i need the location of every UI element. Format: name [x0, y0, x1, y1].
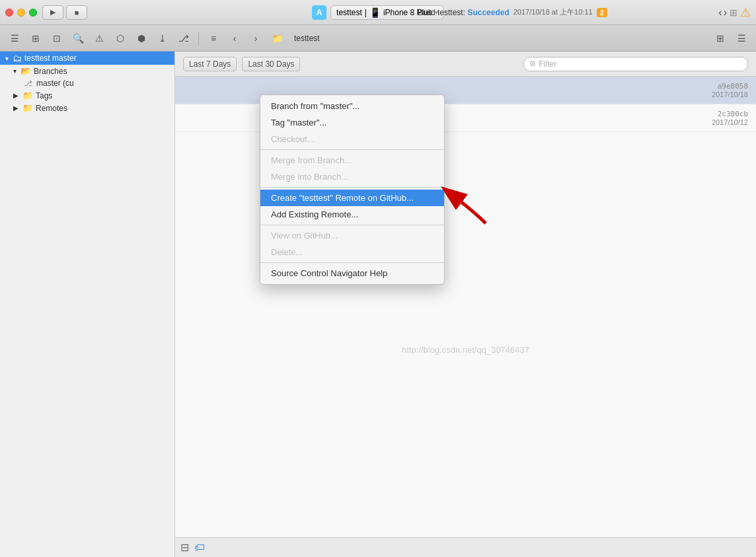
breadcrumb-item: testtest: [294, 34, 320, 43]
menu-item-checkout: Checkout...: [260, 131, 444, 147]
phone-icon: 📱: [369, 7, 381, 18]
hide-sidebar-button[interactable]: ☰: [5, 29, 24, 48]
search-button[interactable]: 🔍: [69, 29, 87, 48]
build-date: 2017/10/18 at 上午10:11: [513, 7, 593, 17]
run-button[interactable]: ▶: [42, 5, 63, 20]
repo-icon: 🗂: [13, 53, 22, 63]
chevron-right-icon: ▶: [13, 92, 19, 99]
warning-icon: ⚠: [740, 5, 751, 20]
build-status: Build testtest: Succeeded 2017/10/18 at …: [418, 7, 607, 17]
menu-item-merge-from: Merge from Branch...: [260, 152, 444, 168]
menu-separator: [260, 149, 444, 150]
sidebar: ▾ 🗂 testtest master ▾ 📂 Branches ⎇ maste…: [0, 52, 175, 557]
commit-date: 2017/10/12: [712, 118, 748, 126]
separator: |: [365, 8, 367, 17]
menu-separator-3: [260, 225, 444, 225]
context-menu: Branch from "master"... Tag "master"... …: [260, 94, 445, 285]
breadcrumb: testtest: [294, 34, 320, 43]
stop-button[interactable]: ■: [66, 5, 87, 20]
toolbar: ☰ ⊞ ⊡ 🔍 ⚠ ⬡ ⬢ ⤓ ⎇ ≡ ‹ › 📁 testtest ⊞ ☰: [0, 25, 756, 52]
content-area: Today Last 7 Days Last 30 Days ⚙ Filter …: [175, 52, 756, 557]
sidebar-item-master[interactable]: ⎇ master (cu: [0, 77, 174, 89]
sidebar-remotes-label: Remotes: [36, 104, 67, 113]
tags-folder-icon: 📁: [22, 91, 33, 100]
titlebar: ▶ ■ A testtest | 📱 iPhone 8 Plus ▾ Build…: [0, 0, 756, 25]
close-button[interactable]: [5, 9, 13, 17]
traffic-lights: [5, 9, 37, 17]
content-toolbar: Today Last 7 Days Last 30 Days ⚙ Filter: [175, 52, 756, 77]
filter-input[interactable]: ⚙ Filter: [523, 57, 748, 71]
menu-separator-4: [260, 262, 444, 263]
watermark: http://blog.csdn.net/qq_30746437: [402, 345, 529, 355]
bottom-bar: ⊟ 🏷: [175, 537, 756, 557]
sidebar-item-branches[interactable]: ▾ 📂 Branches: [0, 65, 174, 77]
editor-layout-button[interactable]: ⊞: [711, 29, 730, 48]
minimize-button[interactable]: [17, 9, 25, 17]
commit-date: 2017/10/18: [712, 91, 748, 98]
sidebar-master-label: master (cu: [36, 79, 74, 88]
issue-button[interactable]: ⚠: [90, 29, 108, 48]
sidebar-item-remotes[interactable]: ▶ 📁 Remotes: [0, 102, 174, 114]
debug-button[interactable]: ⬢: [132, 29, 151, 48]
forward-button[interactable]: ›: [724, 7, 727, 19]
menu-item-tag-master[interactable]: Tag "master"...: [260, 114, 444, 131]
fullscreen-button[interactable]: [29, 9, 37, 17]
inspector-button[interactable]: ⊡: [48, 29, 66, 48]
nav-arrows: ‹ ›: [718, 7, 727, 19]
sidebar-tags-label: Tags: [36, 91, 52, 100]
forward-nav-button[interactable]: ›: [246, 29, 265, 48]
chevron-down-icon: ▾: [5, 55, 9, 62]
build-result: Succeeded: [467, 8, 509, 17]
commit-hash: 2c300cb: [712, 110, 748, 118]
back-nav-button[interactable]: ‹: [225, 29, 244, 48]
toolbar-separator: [198, 32, 199, 45]
menu-item-add-remote[interactable]: Add Existing Remote...: [260, 206, 444, 223]
menu-item-branch-from[interactable]: Branch from "master"...: [260, 98, 444, 114]
nav-icon: ⊞: [730, 7, 737, 18]
xcode-logo: A: [312, 5, 326, 20]
build-label: Build testtest: Succeeded: [418, 8, 510, 17]
menu-item-merge-into: Merge into Branch...: [260, 168, 444, 185]
menu-item-delete: Delete...: [260, 244, 444, 260]
sidebar-root[interactable]: ▾ 🗂 testtest master: [0, 52, 174, 65]
scheme-name: testtest: [336, 8, 362, 17]
warning-badge[interactable]: 2: [597, 8, 607, 17]
menu-item-view-github: View on GitHub...: [260, 227, 444, 244]
folder-nav-icon: 📁: [268, 29, 286, 48]
view-toggle-button[interactable]: ⊞: [26, 29, 45, 48]
bottom-tag-icon[interactable]: 🏷: [194, 542, 205, 554]
remotes-folder-icon: 📁: [22, 103, 33, 113]
git-button[interactable]: ⎇: [174, 29, 193, 48]
menu-item-create-remote[interactable]: Create "testtest" Remote on GitHub...: [260, 190, 444, 206]
bottom-list-icon[interactable]: ⊟: [180, 541, 189, 554]
last30-filter-btn[interactable]: Last 30 Days: [242, 57, 300, 71]
last7-filter-btn[interactable]: Last 7 Days: [183, 57, 237, 71]
back-button[interactable]: ‹: [718, 7, 722, 19]
sidebar-root-label: testtest master: [24, 54, 77, 63]
main-area: ▾ 🗂 testtest master ▾ 📂 Branches ⎇ maste…: [0, 52, 756, 557]
breakpoints-button[interactable]: ⤓: [153, 29, 172, 48]
menu-separator-2: [260, 187, 444, 188]
menu-item-help[interactable]: Source Control Navigator Help: [260, 265, 444, 281]
filter-icon: ⚙: [529, 59, 536, 68]
sidebar-item-tags[interactable]: ▶ 📁 Tags: [0, 89, 174, 102]
branch-icon: ⎇: [24, 79, 32, 88]
filter-placeholder: Filter: [539, 59, 556, 69]
commit-hash: a9e8058: [712, 82, 748, 91]
chevron-down-icon: ▾: [13, 67, 17, 75]
scheme-list-button[interactable]: ≡: [204, 29, 223, 48]
sidebar-branches-label: Branches: [34, 67, 67, 76]
hide-right-panel-button[interactable]: ☰: [732, 29, 751, 48]
test-button[interactable]: ⬡: [111, 29, 130, 48]
chevron-right-icon: ▶: [13, 104, 19, 112]
branches-folder-icon: 📂: [20, 66, 31, 76]
